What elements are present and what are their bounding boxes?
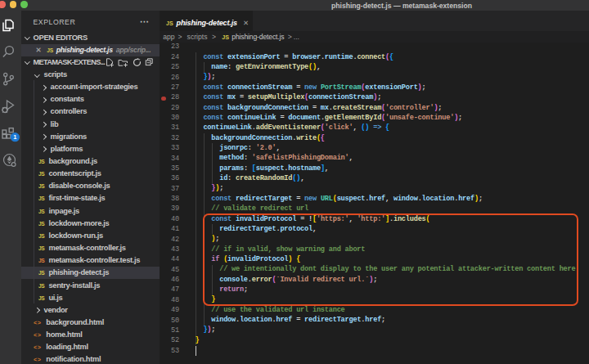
svg-text:1: 1	[13, 133, 16, 141]
